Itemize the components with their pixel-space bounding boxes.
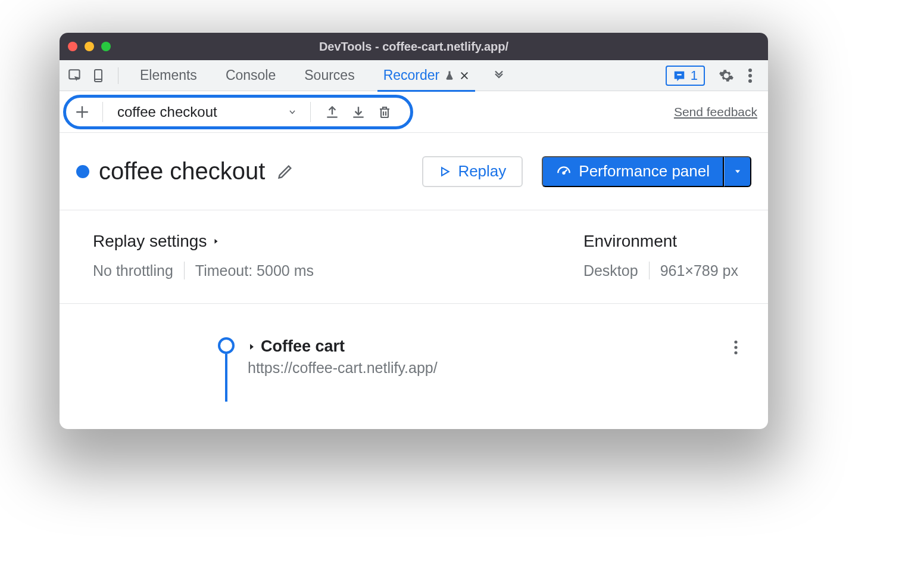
close-window-button[interactable] [68, 42, 77, 51]
timeline-node-icon [218, 337, 235, 354]
svg-point-7 [748, 74, 752, 77]
minimize-window-button[interactable] [85, 42, 94, 51]
separator [102, 102, 103, 122]
performance-panel-split-button: Performance panel [542, 156, 751, 187]
recording-select-value: coffee checkout [117, 104, 217, 120]
devtools-tabstrip: Elements Console Sources Recorder [60, 60, 768, 91]
svg-point-20 [734, 340, 737, 343]
svg-point-6 [748, 69, 752, 72]
replay-settings-values: No throttling Timeout: 5000 ms [93, 262, 314, 279]
environment-settings: Environment Desktop 961×789 px [583, 232, 738, 279]
replay-button[interactable]: Replay [422, 156, 523, 187]
steps-area: Coffee cart https://coffee-cart.netlify.… [60, 304, 768, 402]
recording-select[interactable]: coffee checkout [111, 104, 302, 120]
step-more-menu-icon[interactable] [733, 337, 738, 355]
svg-point-16 [563, 172, 565, 173]
tab-label: Console [226, 67, 276, 83]
svg-rect-11 [381, 109, 388, 117]
recording-title: coffee checkout [99, 158, 265, 185]
device-value: Desktop [583, 262, 638, 279]
timeline [208, 337, 244, 402]
step-url: https://coffee-cart.netlify.app/ [248, 359, 438, 377]
kebab-menu-icon[interactable] [739, 65, 761, 86]
separator [184, 262, 185, 279]
replay-settings-toggle[interactable]: Replay settings [93, 232, 314, 251]
replay-label: Replay [458, 162, 506, 181]
performance-panel-dropdown[interactable] [724, 156, 751, 187]
tab-elements[interactable]: Elements [127, 60, 210, 91]
settings-row: Replay settings No throttling Timeout: 5… [60, 210, 768, 304]
step-title: Coffee cart [261, 337, 345, 356]
send-feedback-link[interactable]: Send feedback [674, 105, 757, 119]
more-tabs-icon[interactable] [485, 70, 513, 81]
environment-heading: Environment [583, 232, 677, 251]
traffic-lights [68, 42, 111, 51]
svg-marker-17 [735, 170, 740, 173]
window-titlebar: DevTools - coffee-cart.netlify.app/ [60, 33, 768, 60]
timeout-value: Timeout: 5000 ms [195, 262, 314, 279]
recorder-toolbar: coffee checkout Send f [60, 91, 768, 133]
dimensions-value: 961×789 px [660, 262, 738, 279]
export-recording-icon[interactable] [319, 100, 345, 124]
tab-label: Elements [140, 67, 197, 83]
timeline-connector [225, 354, 227, 402]
caret-right-icon [213, 237, 220, 246]
close-tab-icon[interactable] [460, 71, 469, 80]
separator [649, 262, 650, 279]
tab-sources[interactable]: Sources [291, 60, 367, 91]
svg-marker-18 [215, 239, 218, 244]
edit-title-icon[interactable] [277, 163, 294, 180]
chevron-down-icon [286, 108, 298, 116]
zoom-window-button[interactable] [101, 42, 111, 51]
performance-panel-button[interactable]: Performance panel [542, 156, 724, 187]
settings-icon[interactable] [716, 65, 737, 86]
recording-header: coffee checkout Replay Performance panel [60, 133, 768, 210]
device-toolbar-icon[interactable] [88, 65, 110, 86]
svg-marker-14 [442, 167, 449, 175]
tab-console[interactable]: Console [213, 60, 289, 91]
replay-settings-heading: Replay settings [93, 232, 207, 251]
import-recording-icon[interactable] [345, 100, 372, 124]
flask-icon [444, 70, 455, 82]
step-item[interactable]: Coffee cart https://coffee-cart.netlify.… [244, 337, 438, 402]
svg-rect-5 [677, 74, 681, 75]
inspect-element-icon[interactable] [64, 65, 86, 86]
environment-values: Desktop 961×789 px [583, 262, 738, 279]
performance-panel-label: Performance panel [579, 162, 710, 181]
issues-count: 1 [691, 68, 698, 83]
svg-point-8 [748, 79, 752, 83]
tab-label: Sources [304, 67, 354, 83]
throttling-value: No throttling [93, 262, 173, 279]
svg-marker-19 [250, 344, 254, 349]
new-recording-button[interactable] [70, 104, 94, 120]
delete-recording-icon[interactable] [372, 100, 398, 124]
tab-recorder[interactable]: Recorder [370, 60, 483, 91]
devtools-window: DevTools - coffee-cart.netlify.app/ Elem… [60, 33, 768, 429]
separator [310, 102, 311, 122]
record-indicator-icon [76, 165, 89, 178]
issues-chip[interactable]: 1 [666, 66, 705, 86]
separator [118, 67, 118, 84]
svg-point-21 [734, 346, 737, 349]
caret-right-icon [248, 341, 256, 352]
svg-point-22 [734, 351, 737, 354]
replay-settings: Replay settings No throttling Timeout: 5… [93, 232, 314, 279]
tab-label: Recorder [383, 67, 440, 83]
window-title: DevTools - coffee-cart.netlify.app/ [60, 40, 768, 54]
